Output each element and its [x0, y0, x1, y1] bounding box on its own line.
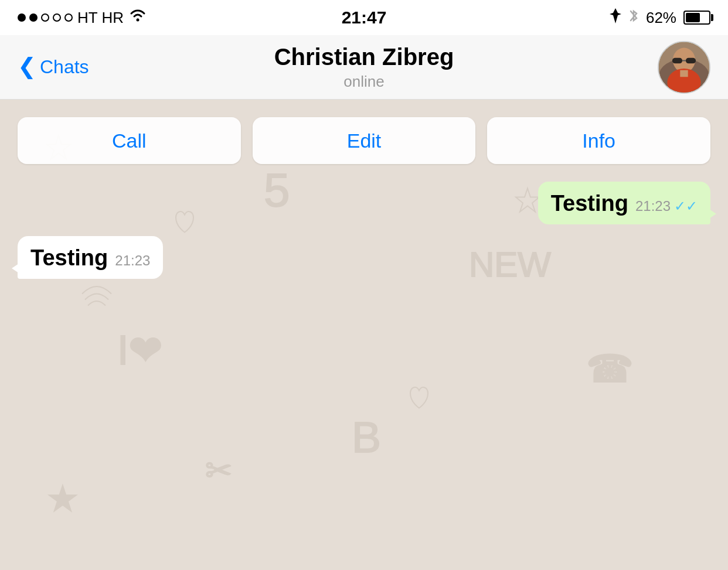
signal-dots	[18, 13, 73, 22]
carrier-text: HT HR	[77, 9, 124, 27]
message-bubble-received: Testing 21:23	[18, 236, 163, 279]
status-bar: HT HR 21:47 62%	[0, 0, 728, 35]
message-row-sent: Testing 21:23 ✓✓	[18, 182, 710, 224]
edit-button[interactable]: Edit	[253, 117, 476, 164]
signal-dot-2	[29, 13, 38, 22]
call-button-label: Call	[112, 129, 147, 152]
message-time-received: 21:23	[115, 252, 150, 269]
battery-fill	[686, 13, 700, 22]
message-meta-sent: 21:23 ✓✓	[635, 198, 698, 214]
contact-avatar[interactable]	[658, 41, 710, 94]
signal-dot-1	[18, 13, 26, 22]
message-bubble-sent: Testing 21:23 ✓✓	[538, 182, 710, 224]
location-icon	[610, 8, 621, 27]
message-ticks-sent: ✓✓	[674, 198, 698, 214]
bluetooth-icon	[628, 8, 639, 28]
battery-icon	[683, 11, 710, 25]
back-label: Chats	[40, 56, 89, 78]
contact-status: online	[274, 73, 454, 91]
message-text-sent: Testing	[551, 191, 628, 216]
contact-name: Christian Zibreg	[274, 44, 454, 70]
info-button-label: Info	[582, 129, 615, 152]
back-chevron-icon: ❮	[18, 55, 36, 77]
chat-header: ❮ Chats Christian Zibreg online	[0, 35, 728, 100]
back-button[interactable]: ❮ Chats	[18, 56, 89, 78]
signal-dot-4	[53, 13, 61, 22]
contact-info: Christian Zibreg online	[274, 44, 454, 91]
svg-rect-4	[672, 57, 682, 63]
info-button[interactable]: Info	[487, 117, 710, 164]
wifi-icon	[128, 9, 147, 26]
avatar-image	[659, 42, 709, 93]
status-right: 62%	[610, 8, 710, 28]
chat-area: 5 I❤ NEW B ☎ ✂ ★ Call Edit Info Testing …	[0, 100, 728, 570]
signal-dot-5	[64, 13, 73, 22]
message-meta-received: 21:23	[115, 252, 150, 269]
message-text-received: Testing	[30, 245, 108, 271]
call-button[interactable]: Call	[18, 117, 241, 164]
svg-rect-5	[686, 57, 696, 63]
messages-list: Testing 21:23 ✓✓ Testing 21:23	[0, 176, 728, 285]
message-time-sent: 21:23	[635, 198, 671, 214]
message-row-received: Testing 21:23	[18, 236, 710, 279]
status-time: 21:47	[342, 8, 387, 28]
svg-rect-8	[680, 70, 688, 76]
edit-button-label: Edit	[347, 129, 382, 152]
action-buttons-row: Call Edit Info	[0, 100, 728, 176]
battery-percentage: 62%	[646, 9, 676, 27]
status-left: HT HR	[18, 9, 147, 27]
svg-point-0	[136, 19, 139, 22]
signal-dot-3	[41, 13, 49, 22]
